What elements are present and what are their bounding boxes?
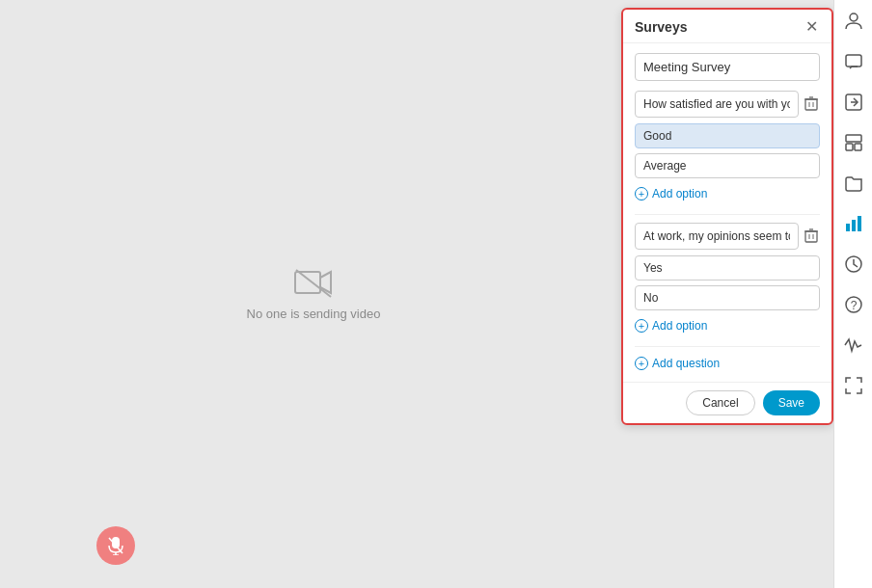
main-video-area: No one is sending video xyxy=(0,0,627,588)
survey-footer: Cancel Save xyxy=(623,382,831,423)
question-block-2: Add option xyxy=(635,223,820,334)
option-1-1-input[interactable] xyxy=(635,123,820,148)
svg-rect-21 xyxy=(846,144,853,150)
survey-panel-title: Surveys xyxy=(635,19,687,35)
question-row-2 xyxy=(635,223,820,250)
svg-point-16 xyxy=(850,13,858,21)
delete-question-1-button[interactable] xyxy=(803,94,820,116)
add-question-button[interactable]: Add question xyxy=(635,355,720,372)
question-block-1: Add option xyxy=(635,91,820,202)
question-2-input[interactable] xyxy=(635,223,799,250)
trash-icon-2 xyxy=(804,227,818,243)
sidebar-icon-layout[interactable] xyxy=(842,131,865,154)
question-row-1 xyxy=(635,91,820,118)
cancel-button[interactable]: Cancel xyxy=(686,390,754,415)
survey-name-input[interactable] xyxy=(635,53,820,81)
svg-rect-0 xyxy=(295,272,320,293)
svg-rect-22 xyxy=(855,144,861,150)
video-off-icon xyxy=(294,268,333,299)
sidebar-icon-help[interactable]: ? xyxy=(842,293,865,316)
sidebar-icon-chat[interactable] xyxy=(842,50,865,73)
divider-1 xyxy=(635,214,820,215)
add-option-1-label: Add option xyxy=(652,187,707,200)
right-sidebar: ? xyxy=(833,0,872,588)
add-option-2-button[interactable]: Add option xyxy=(635,317,707,334)
survey-panel: Surveys ✕ xyxy=(621,8,833,425)
svg-rect-11 xyxy=(805,231,817,242)
survey-header: Surveys ✕ xyxy=(623,10,831,43)
add-option-2-label: Add option xyxy=(652,319,707,333)
option-2-2-input[interactable] xyxy=(635,285,820,310)
svg-text:?: ? xyxy=(850,299,857,312)
add-option-1-button[interactable]: Add option xyxy=(635,185,707,202)
svg-rect-6 xyxy=(805,99,817,110)
add-option-2-icon xyxy=(635,319,648,333)
save-button[interactable]: Save xyxy=(763,390,820,415)
sidebar-icon-activity[interactable] xyxy=(842,334,865,357)
option-2-1-input[interactable] xyxy=(635,255,820,281)
sidebar-icon-share[interactable] xyxy=(842,91,865,114)
divider-2 xyxy=(635,346,820,347)
svg-rect-20 xyxy=(846,135,861,142)
question-1-input[interactable] xyxy=(635,91,799,118)
video-placeholder: No one is sending video xyxy=(247,268,381,321)
survey-body: Add option xyxy=(623,43,831,382)
sidebar-icon-surveys[interactable] xyxy=(842,212,865,235)
sidebar-icon-person[interactable] xyxy=(842,10,865,33)
svg-rect-24 xyxy=(852,220,856,231)
sidebar-icon-folder[interactable] xyxy=(842,172,865,195)
add-question-icon xyxy=(635,357,648,370)
option-1-2-input[interactable] xyxy=(635,153,820,178)
delete-question-2-button[interactable] xyxy=(803,226,820,248)
add-question-label: Add question xyxy=(652,357,720,370)
svg-rect-17 xyxy=(846,55,861,67)
add-option-1-icon xyxy=(635,187,648,200)
trash-icon-1 xyxy=(804,95,818,111)
svg-rect-23 xyxy=(846,224,850,231)
sidebar-icon-clock[interactable] xyxy=(842,253,865,276)
close-survey-button[interactable]: ✕ xyxy=(804,19,820,35)
sidebar-icon-fullscreen[interactable] xyxy=(842,374,865,397)
svg-rect-25 xyxy=(858,216,861,231)
no-video-label: No one is sending video xyxy=(247,307,381,321)
mic-mute-button[interactable] xyxy=(96,526,135,565)
mic-icon xyxy=(107,536,124,555)
